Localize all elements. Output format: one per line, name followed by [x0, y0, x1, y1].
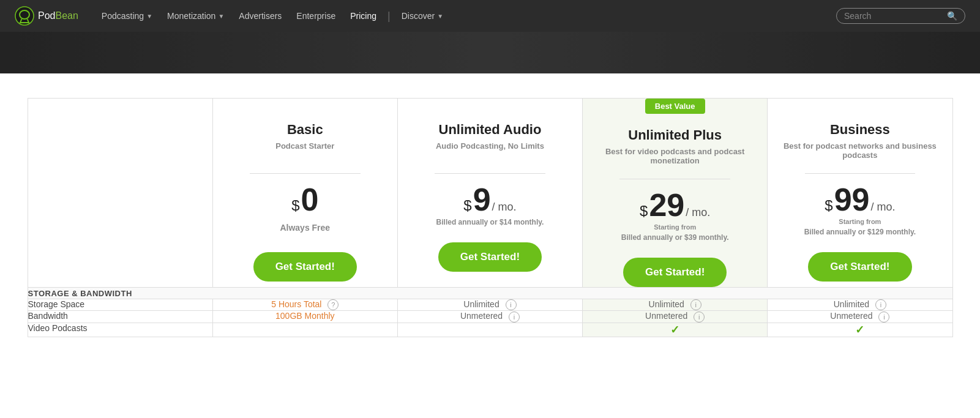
plan-sub-business: Best for podcast networks and business p… [768, 141, 952, 163]
feature-row-video-podcasts: Video Podcasts ✓ ✓ [28, 323, 952, 337]
price-starting-from-business: Starting from [768, 218, 952, 225]
always-free-label: Always Free [213, 218, 397, 237]
plan-name-business: Business [768, 122, 952, 138]
price-billing-audio: Billed annually or $14 monthly. [398, 218, 582, 228]
nav-pricing[interactable]: Pricing [344, 7, 383, 24]
storage-section-header-cell: STORAGE & BANDWIDTH [28, 288, 952, 299]
hero-image [0, 32, 980, 73]
navbar: PodBean Podcasting ▼ Monetization ▼ Adve… [0, 0, 980, 32]
price-amount-business: 99 [834, 184, 870, 215]
plan-name-unlimited-plus: Unlimited Plus [583, 127, 767, 143]
plan-price-unlimited-plus: $ 29 / mo. [583, 189, 767, 221]
section-header-storage: STORAGE & BANDWIDTH [28, 288, 952, 299]
nav-links: Podcasting ▼ Monetization ▼ Advertisers … [95, 7, 831, 24]
price-dollar-basic: $ [291, 197, 299, 214]
feature-label-bandwidth: Bandwidth [28, 311, 212, 323]
info-icon[interactable]: i [509, 312, 520, 323]
feature-value-bandwidth-plus: Unmetered i [583, 311, 768, 323]
checkmark-plus: ✓ [670, 324, 679, 336]
get-started-unlimited-audio[interactable]: Get Started! [438, 242, 542, 272]
plan-sub-basic: Podcast Starter [213, 141, 397, 163]
plan-price-basic: $ 0 [213, 184, 397, 215]
bandwidth-audio-value: Unmetered [460, 311, 503, 321]
feature-value-storage-business: Unlimited i [768, 299, 952, 311]
logo[interactable]: PodBean [15, 6, 78, 26]
nav-discover[interactable]: Discover ▼ [395, 7, 449, 24]
info-icon[interactable]: i [506, 299, 517, 310]
chevron-down-icon: ▼ [437, 13, 443, 20]
price-dollar-audio: $ [463, 197, 471, 214]
plan-name-unlimited-audio: Unlimited Audio [398, 122, 582, 138]
get-started-business[interactable]: Get Started! [808, 252, 911, 282]
search-icon: 🔍 [947, 11, 957, 21]
feature-value-storage-basic: 5 Hours Total ? [212, 299, 397, 311]
feature-value-video-audio [397, 323, 582, 337]
plan-sub-unlimited-plus: Best for video podcasts and podcast mone… [583, 147, 767, 169]
feature-row-storage-space: Storage Space 5 Hours Total ? Unlimited … [28, 299, 952, 311]
price-amount-basic: 0 [301, 184, 319, 215]
chevron-down-icon: ▼ [146, 13, 152, 20]
plan-header-basic: Basic Podcast Starter $ 0 Always Free Ge… [212, 99, 397, 288]
info-icon[interactable]: i [875, 299, 886, 310]
info-icon[interactable]: i [694, 312, 705, 323]
search-box: 🔍 [836, 8, 965, 24]
checkmark-business: ✓ [855, 324, 864, 336]
feature-value-bandwidth-business: Unmetered i [768, 311, 952, 323]
feature-value-video-business: ✓ [768, 323, 952, 337]
feature-value-bandwidth-audio: Unmetered i [397, 311, 582, 323]
logo-bean-text: Bean [55, 10, 78, 21]
feature-value-storage-audio: Unlimited i [397, 299, 582, 311]
storage-section-label: STORAGE & BANDWIDTH [28, 289, 132, 298]
nav-divider: | [385, 10, 393, 23]
bandwidth-basic-value: 100GB Monthly [275, 311, 335, 321]
info-icon[interactable]: i [878, 312, 889, 323]
feature-value-video-basic [212, 323, 397, 337]
logo-pod-text: Pod [38, 10, 55, 21]
feature-label-storage-space: Storage Space [28, 299, 212, 311]
plan-header-unlimited-audio: Unlimited Audio Audio Podcasting, No Lim… [397, 99, 582, 288]
feature-row-bandwidth: Bandwidth 100GB Monthly Unmetered i Unme… [28, 311, 952, 323]
nav-enterprise[interactable]: Enterprise [290, 7, 342, 24]
price-period-plus: / mo. [686, 206, 710, 219]
price-period-business: / mo. [870, 201, 895, 214]
nav-advertisers[interactable]: Advertisers [233, 7, 288, 24]
empty-header-cell [28, 99, 212, 288]
search-input[interactable] [844, 11, 942, 21]
feature-value-storage-plus: Unlimited i [583, 299, 768, 311]
pricing-section: Basic Podcast Starter $ 0 Always Free Ge… [13, 73, 968, 337]
plan-price-unlimited-audio: $ 9 / mo. [398, 184, 582, 215]
plan-headers-row: Basic Podcast Starter $ 0 Always Free Ge… [28, 99, 952, 288]
price-amount-plus: 29 [649, 189, 684, 221]
plan-name-basic: Basic [213, 122, 397, 138]
info-icon[interactable]: i [690, 299, 701, 310]
storage-audio-value: Unlimited [463, 299, 499, 309]
storage-plus-value: Unlimited [649, 299, 684, 309]
nav-podcasting[interactable]: Podcasting ▼ [95, 7, 159, 24]
chevron-down-icon: ▼ [218, 13, 224, 20]
bandwidth-business-value: Unmetered [830, 311, 872, 321]
price-starting-from-plus: Starting from [583, 223, 767, 231]
plan-sub-unlimited-audio: Audio Podcasting, No Limits [398, 141, 582, 163]
feature-value-bandwidth-basic: 100GB Monthly [212, 311, 397, 323]
pricing-table: Basic Podcast Starter $ 0 Always Free Ge… [28, 98, 953, 337]
price-billing-business: Billed annually or $129 monthly. [768, 228, 952, 237]
info-icon[interactable]: ? [327, 299, 339, 310]
plan-price-business: $ 99 / mo. [768, 184, 952, 215]
feature-label-video-podcasts: Video Podcasts [28, 323, 212, 337]
best-value-badge: Best Value [645, 99, 705, 114]
feature-value-video-plus: ✓ [583, 323, 768, 337]
price-dollar-plus: $ [640, 203, 648, 220]
get-started-basic[interactable]: Get Started! [253, 252, 357, 282]
price-amount-audio: 9 [473, 184, 491, 215]
storage-business-value: Unlimited [834, 299, 869, 309]
plan-header-business: Business Best for podcast networks and b… [768, 99, 952, 288]
price-period-audio: / mo. [492, 201, 517, 214]
nav-monetization[interactable]: Monetization ▼ [161, 7, 230, 24]
plan-header-unlimited-plus: Best Value Unlimited Plus Best for video… [583, 99, 768, 288]
bandwidth-plus-value: Unmetered [645, 311, 687, 321]
price-dollar-business: $ [825, 197, 832, 214]
storage-basic-value: 5 Hours Total [271, 299, 321, 309]
price-billing-plus: Billed annually or $39 monthly. [583, 233, 767, 243]
get-started-unlimited-plus[interactable]: Get Started! [623, 258, 727, 287]
